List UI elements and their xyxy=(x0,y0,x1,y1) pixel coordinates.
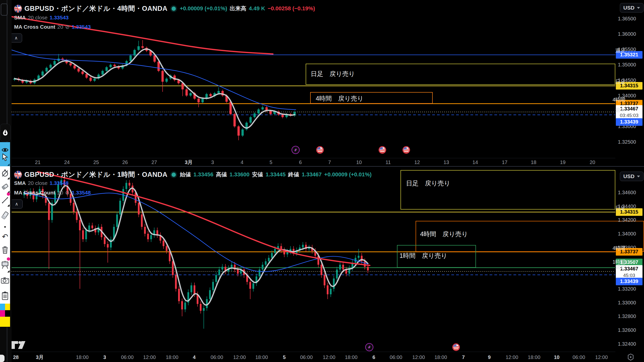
timeframe-line-label: 4時間 xyxy=(515,96,627,103)
time-axis-label: 26 xyxy=(122,159,128,166)
session-settings-icon[interactable] xyxy=(626,353,635,361)
symbol-title[interactable]: GBPUSD・ポンド／米ドル・1時間・OANDA xyxy=(24,170,168,179)
price-tick-label: 1.36500 xyxy=(618,16,636,21)
time-axis-top[interactable]: 21242526273月34567101112131417181920 xyxy=(12,158,615,166)
time-axis-label: 20 xyxy=(590,159,595,166)
time-axis-label: 4 xyxy=(240,159,243,166)
volume-label: 出来高 xyxy=(230,5,246,12)
price-change: +0.00009 (+0.01%) xyxy=(180,5,227,12)
event-icon-lightning[interactable] xyxy=(366,343,373,351)
event-icon-lightning[interactable] xyxy=(292,146,299,154)
indicator-value: 1.33543 xyxy=(72,24,91,30)
chevron-down-icon xyxy=(637,176,640,177)
notification-badge xyxy=(7,192,10,196)
sidebar-tab[interactable] xyxy=(1,4,8,16)
screenshot-button[interactable] xyxy=(0,273,10,288)
tool-menu-arrow xyxy=(7,177,10,179)
floating-button-partial[interactable] xyxy=(0,355,5,362)
countdown-label: 45:03 xyxy=(616,272,642,278)
event-icon-us-flag[interactable] xyxy=(379,147,386,153)
price-scale-bottom[interactable]: 1.346001.344001.342001.340001.338001.332… xyxy=(615,167,644,352)
more-dot[interactable] xyxy=(0,224,10,230)
collapse-panel-button-bottom[interactable]: ∧ xyxy=(11,199,23,209)
time-axis-label: 10 xyxy=(356,159,362,166)
low-label: 安値 xyxy=(252,171,263,178)
time-axis-label: 19 xyxy=(560,159,566,166)
currency-select-top[interactable]: USD xyxy=(620,3,643,13)
time-axis-label: 18:00 xyxy=(345,354,357,360)
price-tick-label: 1.33000 xyxy=(618,300,636,305)
trend-line-tool[interactable] xyxy=(0,193,10,207)
eraser-tool[interactable] xyxy=(0,180,10,193)
indicator-row-sma-bottom[interactable]: SMA 20 close 1.33548 xyxy=(14,180,69,186)
annotation-box[interactable]: 1時間 戻り売り xyxy=(397,245,476,268)
indicator-error-icon: ⊘ xyxy=(65,24,70,30)
big-eraser-tool[interactable] xyxy=(0,207,10,224)
time-axis-label: 7 xyxy=(462,354,465,360)
clipboard-button[interactable] xyxy=(0,288,10,304)
annotation-box[interactable]: 4時間 戻り売り xyxy=(310,92,433,104)
annotation-label: 1時間 戻り売り xyxy=(399,252,447,260)
color-swatches[interactable] xyxy=(0,304,10,327)
time-axis-label: 18:00 xyxy=(255,354,268,360)
time-axis-label: 5 xyxy=(269,159,272,166)
price-change: +0.00009 (+0.01%) xyxy=(324,171,372,178)
pen-nib-icon xyxy=(2,129,8,136)
event-icon-us-flag[interactable] xyxy=(453,344,460,351)
event-icon-us-flag[interactable] xyxy=(317,147,324,153)
time-axis-label: 14 xyxy=(472,159,478,166)
delete-drawing-button[interactable] xyxy=(0,243,10,257)
time-axis-label: 06:00 xyxy=(390,354,402,360)
swatch-color[interactable] xyxy=(5,304,10,310)
indicator-name: MA Cross Count xyxy=(14,190,55,196)
panel-separator[interactable] xyxy=(0,166,644,167)
whiteboard-tool[interactable] xyxy=(0,257,10,273)
timeframe-line-label: 週足 xyxy=(515,107,627,113)
countdown-label: 03:45:03 xyxy=(616,112,642,118)
indicator-name: SMA xyxy=(14,180,26,186)
time-axis-label: 12:00 xyxy=(412,354,425,360)
annotation-box[interactable]: 日足 戻り売り xyxy=(400,170,615,210)
hide-drawings-cursor-tool[interactable] xyxy=(0,142,10,166)
indicator-row-sma-top[interactable]: SMA 20 close 1.33543 xyxy=(14,15,69,21)
swatch-color[interactable] xyxy=(0,310,5,317)
time-axis-bottom[interactable]: 283月18:00306:0012:0018:00406:0012:0018:0… xyxy=(12,352,615,362)
collapse-panel-button-top[interactable]: ∧ xyxy=(10,33,22,43)
price-tick-label: 1.32800 xyxy=(618,313,636,319)
time-axis-label: 21 xyxy=(35,159,41,166)
indicator-params: 20 xyxy=(57,24,63,30)
stopwatch-off-tool[interactable] xyxy=(0,166,10,180)
time-axis-label: 24 xyxy=(64,159,70,166)
secondary-change: −0.00258 (−0.19%) xyxy=(268,5,315,12)
swatch-color[interactable] xyxy=(5,310,10,317)
time-axis-label: 9 xyxy=(488,354,491,360)
time-axis-label: 12:00 xyxy=(143,354,156,360)
time-axis-label: 12 xyxy=(414,159,420,166)
price-label-flag[interactable]: 1.33439 xyxy=(616,118,642,126)
symbol-title[interactable]: GBPUSD・ポンド／米ドル・4時間・OANDA xyxy=(24,4,168,13)
pen-tool-button[interactable] xyxy=(0,124,11,141)
indicator-value: 1.33548 xyxy=(72,190,91,196)
undo-button[interactable]: ↶ xyxy=(0,230,10,243)
currency-select-bottom[interactable]: USD xyxy=(620,172,643,181)
bottom-ma-white xyxy=(24,186,368,305)
time-axis-label: 12:00 xyxy=(233,354,246,360)
symbol-header-bottom[interactable]: GBPUSD・ポンド／米ドル・1時間・OANDA 始値 1.33456 高値 1… xyxy=(14,170,372,179)
time-axis-label: 10 xyxy=(554,354,559,360)
indicator-row-macross-bottom[interactable]: MA Cross Count 20 ⊘ 1.33548 xyxy=(14,190,91,196)
time-axis-label: 25 xyxy=(93,159,99,166)
symbol-header-top[interactable]: GBPUSD・ポンド／米ドル・4時間・OANDA +0.00009 (+0.01… xyxy=(14,4,315,13)
price-tick-label: 1.35000 xyxy=(618,62,636,68)
event-icon-us-flag[interactable] xyxy=(403,147,410,153)
time-axis-label: 18:00 xyxy=(76,354,89,360)
time-axis-label: 17 xyxy=(502,159,507,166)
indicator-params: 20 xyxy=(57,190,63,196)
indicator-row-macross-top[interactable]: MA Cross Count 20 ⊘ 1.33543 xyxy=(14,24,91,30)
price-label-flag[interactable]: 1.33439 xyxy=(616,278,642,285)
swatch-color[interactable] xyxy=(0,304,5,310)
price-scale-top[interactable]: 1.365001.360001.355001.350001.345001.340… xyxy=(615,0,644,158)
timeframe-line-label: 4時間 xyxy=(515,245,627,252)
swatch-color[interactable] xyxy=(0,317,10,327)
eye-icon xyxy=(2,147,9,152)
panel-top xyxy=(12,17,615,154)
